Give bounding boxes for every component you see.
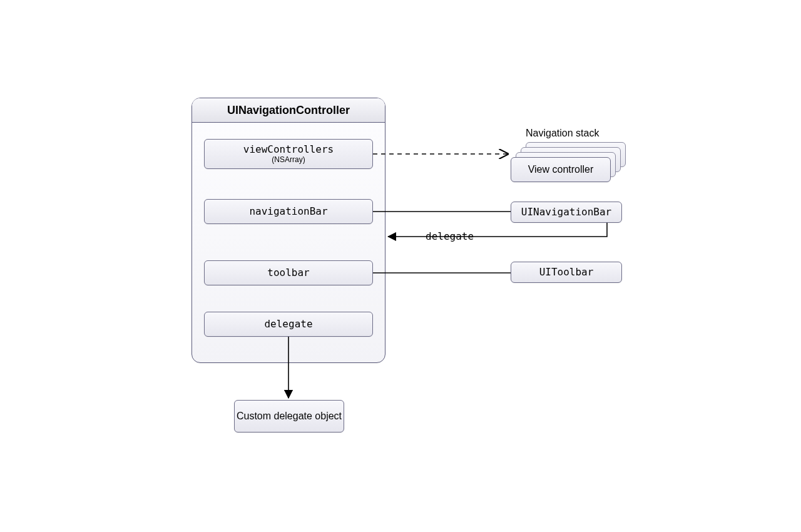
diagram-canvas: UINavigationController viewControllers (… [0,0,801,532]
connectors-overlay [0,0,801,532]
property-delegate-label: delegate [264,319,312,330]
box-view-controller-label: View controller [528,165,594,175]
property-navigationbar: navigationBar [204,199,373,224]
property-delegate: delegate [204,312,373,337]
box-uitoolbar-label: UIToolbar [539,267,594,278]
box-custom-delegate: Custom delegate object [234,400,344,432]
box-uinavigationbar: UINavigationBar [511,202,622,223]
property-viewcontrollers-sublabel: (NSArray) [272,156,305,163]
container-header: UINavigationController [192,98,385,123]
property-viewcontrollers-label: viewControllers [243,145,334,155]
property-viewcontrollers: viewControllers (NSArray) [204,139,373,169]
edge-uinavigationbar-delegate-back [388,223,607,237]
box-custom-delegate-label: Custom delegate object [237,411,342,422]
container-title: UINavigationController [227,104,350,117]
property-toolbar-label: toolbar [267,268,309,279]
box-uinavigationbar-label: UINavigationBar [521,207,612,218]
edge-delegate-label: delegate [426,230,474,242]
property-navigationbar-label: navigationBar [249,207,327,217]
navigation-stack-caption: Navigation stack [526,128,599,139]
property-toolbar: toolbar [204,260,373,285]
box-uitoolbar: UIToolbar [511,262,622,283]
box-view-controller: View controller [511,157,611,182]
